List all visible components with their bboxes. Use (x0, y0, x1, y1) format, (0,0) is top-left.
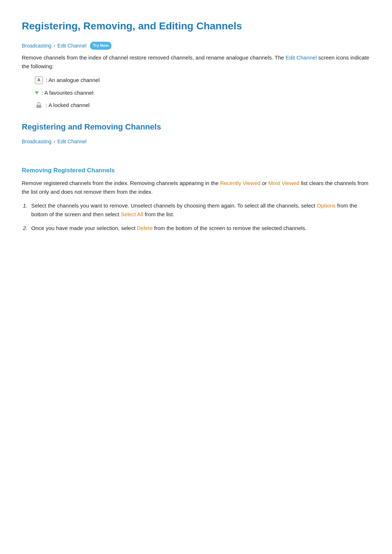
breadcrumb-broadcasting-link[interactable]: Broadcasting (22, 42, 52, 50)
select-all-link[interactable]: Select All (121, 211, 143, 217)
analogue-icon: A (35, 76, 43, 84)
section2-intro: Remove registered channels from the inde… (22, 179, 370, 196)
svg-rect-0 (36, 105, 41, 108)
delete-link[interactable]: Delete (137, 225, 152, 231)
heart-icon: ♥ (35, 87, 39, 98)
most-viewed-link[interactable]: Most Viewed (268, 180, 299, 186)
edit-channel-inline-link[interactable]: Edit Channel (286, 54, 317, 61)
section1-title: Registering and Removing Channels (22, 120, 370, 133)
step1-text-after: from the list. (143, 211, 175, 217)
breadcrumb-chevron: › (54, 42, 55, 50)
step-1: Select the channels you want to remove. … (29, 201, 370, 219)
page-title: Registering, Removing, and Editing Chann… (22, 18, 370, 34)
options-link[interactable]: Options (317, 202, 336, 209)
try-now-badge[interactable]: Try Now (90, 42, 111, 50)
step2-text-before: Once you have made your selection, selec… (31, 225, 137, 231)
favourites-label: : A favourites channel (42, 89, 94, 97)
breadcrumb2-edit-channel-link[interactable]: Edit Channel (57, 138, 86, 145)
section2-intro-before: Remove registered channels from the inde… (22, 180, 220, 186)
icon-list: A : An analogue channel ♥ : A favourites… (35, 76, 370, 110)
list-item-locked: : A locked channel (35, 101, 370, 110)
breadcrumb-section1: Broadcasting › Edit Channel (22, 138, 370, 145)
intro-text-before: Remove channels from the index of channe… (22, 54, 286, 61)
lock-icon (35, 101, 43, 109)
locked-label: : A locked channel (46, 101, 90, 110)
breadcrumb2-chevron: › (54, 138, 55, 145)
breadcrumb-top: Broadcasting › Edit Channel Try Now (22, 42, 370, 50)
step-2: Once you have made your selection, selec… (29, 224, 370, 233)
list-item-analogue: A : An analogue channel (35, 76, 370, 85)
intro-paragraph: Remove channels from the index of channe… (22, 53, 370, 71)
analogue-label: : An analogue channel (46, 76, 99, 85)
list-item-favourites: ♥ : A favourites channel (35, 87, 370, 98)
breadcrumb2-broadcasting-link[interactable]: Broadcasting (22, 138, 52, 145)
steps-list: Select the channels you want to remove. … (29, 201, 370, 233)
step2-text-after: from the bottom of the screen to remove … (152, 225, 306, 231)
breadcrumb-edit-channel-link[interactable]: Edit Channel (57, 42, 86, 50)
section2-title: Removing Registered Channels (22, 165, 370, 175)
recently-viewed-link[interactable]: Recently Viewed (220, 180, 260, 186)
step1-text-before: Select the channels you want to remove. … (31, 202, 317, 209)
section2-intro-middle: or (261, 180, 269, 186)
